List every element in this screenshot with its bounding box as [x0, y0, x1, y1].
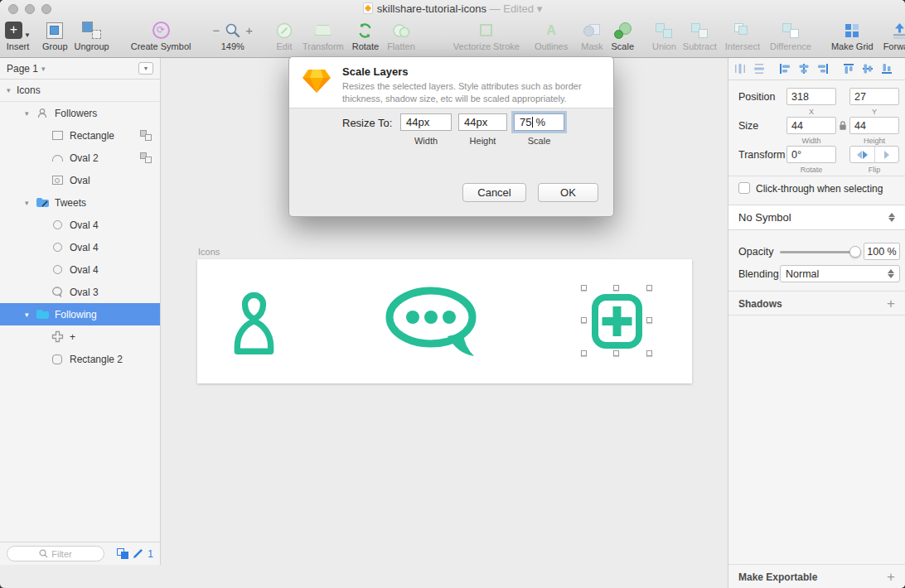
vectorize-stroke-button[interactable]: Vectorize Stroke: [453, 20, 520, 51]
distribute-horizontally-icon[interactable]: [734, 63, 746, 75]
layer-row-plus[interactable]: +: [0, 325, 160, 348]
edited-status: — Edited: [490, 2, 534, 15]
artboard-label[interactable]: Icons: [198, 247, 220, 257]
title-chevron-icon[interactable]: ▾: [537, 2, 543, 15]
add-shadow-button[interactable]: +: [887, 296, 895, 312]
filter-input[interactable]: Filter: [7, 546, 104, 561]
resize-handle-w[interactable]: [581, 317, 587, 323]
create-symbol-button[interactable]: ⟳ Create Symbol: [131, 20, 191, 51]
layer-row-tweets[interactable]: ▾ Tweets: [0, 191, 160, 214]
layer-row-oval4-2[interactable]: Oval 4: [0, 236, 160, 258]
blending-dropdown[interactable]: Normal: [780, 265, 900, 282]
layer-row-oval4-1[interactable]: Oval 4: [0, 214, 160, 236]
show-slices-icon[interactable]: [117, 548, 128, 559]
layer-row-rectangle[interactable]: Rectangle: [0, 124, 160, 147]
layer-row-oval2[interactable]: Oval 2: [0, 147, 160, 169]
opacity-slider-knob[interactable]: [849, 246, 861, 258]
window-chrome: skillshare-tutorial-icons — Edited ▾ +▼ …: [0, 0, 905, 58]
expander-icon[interactable]: ▾: [25, 199, 35, 207]
flip-horizontal-button[interactable]: [850, 147, 874, 162]
followers-person-icon[interactable]: [222, 280, 286, 354]
layer-row-oval4-3[interactable]: Oval 4: [0, 258, 160, 281]
zoom-control[interactable]: − + 149%: [212, 20, 253, 51]
resize-handle-e[interactable]: [646, 317, 652, 323]
flatten-button[interactable]: Flatten: [387, 20, 415, 51]
transform-button[interactable]: Transform: [302, 20, 344, 51]
expander-icon[interactable]: ▾: [7, 86, 17, 94]
align-bottom-icon[interactable]: [881, 63, 893, 75]
lock-icon[interactable]: [839, 120, 847, 131]
resize-handle-se[interactable]: [646, 350, 652, 356]
click-through-label: Click-through when selecting: [756, 183, 883, 195]
boolean-op-icon: [140, 130, 152, 141]
resize-handle-s[interactable]: [613, 350, 619, 356]
align-middle-vertical-icon[interactable]: [862, 63, 874, 75]
size-width-field[interactable]: 44: [786, 117, 836, 134]
pencil-icon[interactable]: [133, 548, 143, 559]
position-y-field[interactable]: 27: [849, 88, 899, 105]
scale-field[interactable]: 75%: [514, 113, 564, 131]
opacity-value-field[interactable]: 100 %: [864, 243, 900, 260]
width-field[interactable]: 44px: [400, 113, 452, 131]
scale-button[interactable]: Scale: [612, 20, 635, 51]
zoom-out-icon[interactable]: −: [212, 23, 220, 37]
symbol-value: No Symbol: [738, 211, 791, 224]
forward-button[interactable]: Forward: [883, 20, 905, 51]
intersect-button[interactable]: Intersect: [725, 20, 760, 51]
make-grid-button[interactable]: Make Grid: [831, 20, 874, 51]
rotate-field[interactable]: 0°: [786, 146, 836, 163]
layer-label: Icons: [17, 84, 41, 96]
layer-row-following[interactable]: ▾ Following: [0, 303, 160, 325]
resize-handle-sw[interactable]: [581, 350, 587, 356]
expander-icon[interactable]: ▾: [25, 109, 35, 118]
layer-row-followers[interactable]: ▾ Followers: [0, 102, 160, 124]
flip-vertical-button[interactable]: [874, 147, 899, 162]
symbol-dropdown[interactable]: No Symbol: [728, 205, 905, 230]
rotate-button[interactable]: Rotate: [352, 20, 379, 51]
group-button[interactable]: Group: [42, 20, 68, 51]
difference-button[interactable]: Difference: [770, 20, 811, 51]
artboard[interactable]: [197, 259, 692, 383]
layer-row-artboard[interactable]: ▾ Icons: [0, 80, 160, 102]
align-center-horizontal-icon[interactable]: [798, 63, 810, 75]
resize-handle-nw[interactable]: [581, 285, 587, 291]
zoom-in-icon[interactable]: +: [245, 23, 253, 37]
expander-icon[interactable]: ▾: [25, 311, 35, 319]
layer-row-oval[interactable]: Oval: [0, 169, 160, 191]
position-x-field[interactable]: 318: [786, 88, 836, 105]
make-exportable-title: Make Exportable: [738, 571, 817, 583]
resize-handle-n[interactable]: [613, 285, 619, 291]
boolean-op-icon: [140, 152, 152, 163]
y-axis-label: Y: [849, 108, 899, 116]
size-height-field[interactable]: 44: [849, 117, 899, 134]
ok-button[interactable]: OK: [538, 183, 598, 202]
opacity-slider[interactable]: [780, 251, 857, 253]
union-button[interactable]: Union: [652, 20, 676, 51]
layer-row-rectangle2[interactable]: Rectangle 2: [0, 348, 160, 370]
add-export-button[interactable]: +: [887, 569, 895, 586]
zoom-level: 149%: [221, 41, 244, 51]
mask-button[interactable]: Mask: [581, 20, 603, 51]
outlines-button[interactable]: A Outlines: [535, 20, 568, 51]
page-list-button[interactable]: ▼: [138, 62, 153, 75]
resize-handle-ne[interactable]: [646, 285, 652, 291]
click-through-checkbox[interactable]: [738, 182, 750, 194]
subtract-button[interactable]: Subtract: [683, 20, 717, 51]
edit-button[interactable]: Edit: [276, 20, 293, 51]
height-field[interactable]: 44px: [458, 113, 507, 131]
tweets-bubble-icon[interactable]: [383, 287, 487, 359]
insert-button[interactable]: +▼ Insert: [5, 20, 31, 51]
layer-row-oval3[interactable]: Oval 3: [0, 281, 160, 303]
ungroup-button[interactable]: Ungroup: [75, 20, 109, 51]
layer-label: Tweets: [55, 197, 86, 209]
align-left-icon[interactable]: [779, 63, 791, 75]
make-exportable-section[interactable]: Make Exportable +: [728, 566, 905, 587]
cancel-button[interactable]: Cancel: [462, 183, 526, 202]
align-right-icon[interactable]: [817, 63, 829, 75]
page-header[interactable]: Page 1 ▾ ▼: [0, 58, 160, 80]
distribute-vertically-icon[interactable]: [753, 63, 765, 75]
layer-label: Rectangle 2: [70, 354, 123, 365]
shadows-section[interactable]: Shadows +: [728, 294, 905, 314]
align-top-icon[interactable]: [843, 63, 854, 75]
width-field-label: Width: [400, 136, 452, 146]
